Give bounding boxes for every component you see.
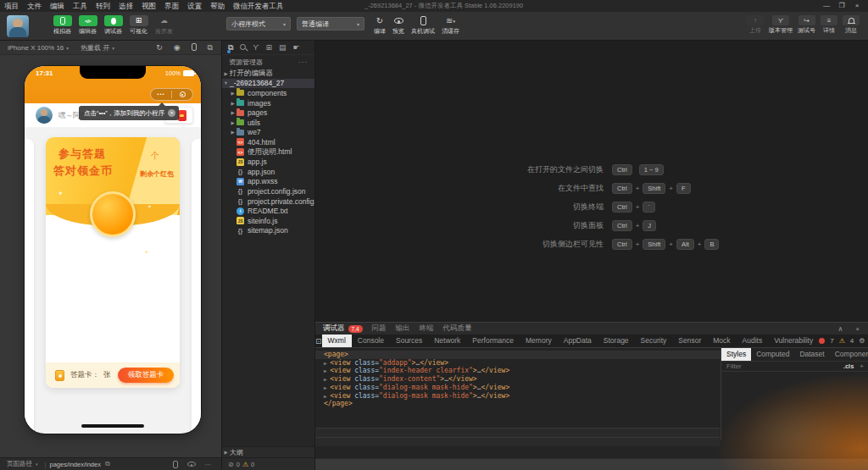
styles-tab-styles[interactable]: Styles: [721, 348, 751, 361]
tree-file[interactable]: {}project.private.config.js…: [222, 196, 314, 207]
phone-frame-icon[interactable]: [192, 43, 197, 51]
tree-file[interactable]: Wapp.wxss: [222, 177, 314, 187]
close-panel-icon[interactable]: ×: [855, 325, 860, 333]
menu-item[interactable]: 微信开发者工具: [229, 0, 288, 12]
collapse-panel-icon[interactable]: ∧: [837, 325, 843, 333]
claim-card-button[interactable]: 领取答题卡: [118, 368, 174, 383]
toolbar-button-phone[interactable]: 模拟器: [51, 15, 74, 36]
toolbar-action-branch[interactable]: ϒ版本管理: [769, 15, 793, 35]
menu-item[interactable]: 视图: [137, 0, 160, 12]
wxml-element-tree[interactable]: <page>▶ <view class="addapp">…</view>▶ <…: [315, 348, 721, 440]
tab-问题[interactable]: 问题: [372, 323, 387, 334]
toolbar-button-grid[interactable]: ⊞可视化: [127, 15, 150, 36]
action-cache[interactable]: ≋ ▾清缓存: [438, 15, 463, 36]
capsule-menu[interactable]: •••: [150, 88, 193, 101]
wxml-line[interactable]: ▶ <view class="addapp">…</view>: [315, 359, 721, 368]
wxml-line[interactable]: ▶ <view class="index-header clearfix">…<…: [315, 367, 721, 375]
eye-icon[interactable]: [187, 462, 196, 467]
menu-item[interactable]: 设置: [183, 0, 206, 12]
mini-avatar[interactable]: [36, 107, 53, 124]
wxml-line[interactable]: ▶ <view class="dialog-mask mask-hide">…<…: [315, 392, 721, 401]
git-branch-icon[interactable]: ϒ: [253, 43, 259, 52]
menu-item[interactable]: 选择: [114, 0, 137, 12]
rotate-icon[interactable]: ↻: [156, 43, 163, 53]
tree-project-root[interactable]: ▼_-269213684_27: [222, 79, 314, 89]
tree-folder[interactable]: ▶pages: [222, 108, 314, 118]
tree-section-open-editors[interactable]: ▶打开的编辑器: [222, 69, 314, 79]
problems-status[interactable]: ⊘ 0 ⚠ 0: [222, 457, 314, 470]
devtools-tab-vulnerability[interactable]: Vulnerability: [768, 335, 819, 347]
wxml-line[interactable]: <page>: [315, 351, 721, 359]
devtools-tab-wxml[interactable]: Wxml: [322, 335, 352, 347]
devtools-tab-network[interactable]: Network: [428, 335, 466, 347]
styles-tab-dataset[interactable]: Dataset: [794, 348, 829, 361]
multi-window-icon[interactable]: ⧉: [208, 43, 213, 53]
devtools-tab-sources[interactable]: Sources: [390, 335, 428, 347]
toolbar-button-code[interactable]: </>编辑器: [76, 15, 99, 36]
selector-cls[interactable]: .cls: [843, 362, 854, 370]
close-icon[interactable]: ×: [168, 109, 175, 117]
styles-tab-component-data[interactable]: Component Data: [830, 348, 868, 361]
toolbar-button-cloud[interactable]: ☁云开发: [153, 15, 175, 36]
extensions-icon[interactable]: ⊞: [265, 43, 272, 52]
tree-file[interactable]: JSapp.js: [222, 157, 314, 167]
devtools-tab-sensor[interactable]: Sensor: [672, 335, 707, 347]
tab-代码质量[interactable]: 代码质量: [443, 323, 472, 334]
record-icon[interactable]: ◉: [174, 43, 181, 53]
tree-folder[interactable]: ▶we7: [222, 128, 314, 138]
add-tooltip[interactable]: 点击“•••”，添加到我的小程序 ×: [79, 106, 179, 120]
tree-file[interactable]: {}sitemap.json: [222, 226, 314, 236]
devtools-tab-memory[interactable]: Memory: [520, 335, 558, 347]
devtools-tab-audits[interactable]: Audits: [737, 335, 769, 347]
outline-section[interactable]: ▶ 大纲: [222, 446, 314, 457]
user-avatar[interactable]: [7, 15, 29, 37]
menu-item[interactable]: 界面: [160, 0, 183, 12]
capsule-home-icon[interactable]: [172, 91, 192, 97]
add-style-icon[interactable]: +: [854, 362, 868, 370]
toolbar-action-bell[interactable]: 消息: [843, 15, 860, 35]
action-refresh[interactable]: ↻编译: [370, 15, 389, 36]
panel-icon[interactable]: ▤: [279, 43, 287, 52]
more-dots-icon[interactable]: ···: [298, 58, 308, 66]
device-select[interactable]: iPhone X 100% 16▾: [8, 44, 69, 52]
toolbar-action-details[interactable]: ≡详情: [821, 15, 837, 35]
tab-输出[interactable]: 输出: [396, 323, 410, 334]
tree-folder[interactable]: ▶utils: [222, 118, 314, 128]
menu-item[interactable]: 文件: [23, 0, 46, 12]
menu-item[interactable]: 工具: [69, 0, 92, 12]
minimize-button[interactable]: —: [819, 0, 834, 12]
devtools-tab-security[interactable]: Security: [635, 335, 673, 347]
tree-file[interactable]: {}project.config.json: [222, 186, 314, 196]
menu-item[interactable]: 转到: [92, 0, 114, 12]
styles-tab-computed[interactable]: Computed: [751, 348, 794, 361]
console-drawer-row[interactable]: [315, 428, 720, 437]
toolbar-button-bug[interactable]: 调试器: [102, 15, 125, 36]
devtools-tab-appdata[interactable]: AppData: [558, 335, 598, 347]
tree-file[interactable]: <>404.html: [222, 137, 314, 147]
tree-file[interactable]: iREADME.txt: [222, 206, 314, 216]
wxml-line[interactable]: ▶ <view class="index-content">…</view>: [315, 375, 721, 384]
devtools-tab-performance[interactable]: Performance: [466, 335, 520, 347]
path-label[interactable]: 页面路径: [7, 460, 32, 468]
menu-item[interactable]: 帮助: [206, 0, 229, 12]
devtools-tab-mock[interactable]: Mock: [707, 335, 736, 347]
styles-filter-input[interactable]: Filter: [721, 362, 742, 370]
tree-file[interactable]: {}app.json: [222, 167, 314, 177]
console-error-count[interactable]: 7: [830, 337, 833, 345]
compile-select[interactable]: 普通编译 ▾: [297, 17, 364, 30]
hot-reload-toggle[interactable]: 热重载 开▾: [81, 43, 114, 53]
menu-item[interactable]: 编辑: [46, 0, 69, 12]
wxml-line[interactable]: </page>: [315, 400, 721, 408]
files-icon[interactable]: ⧉: [228, 43, 233, 52]
hand-icon[interactable]: ☛: [292, 43, 299, 52]
tab-终端[interactable]: 终端: [420, 323, 434, 334]
devtools-tab-storage[interactable]: Storage: [598, 335, 635, 347]
devtools-tab-console[interactable]: Console: [352, 335, 390, 347]
gear-icon[interactable]: ⚙: [859, 337, 865, 345]
tree-folder[interactable]: ▶components: [222, 88, 314, 98]
close-button[interactable]: ×: [849, 0, 865, 12]
tree-file[interactable]: JSsiteinfo.js: [222, 216, 314, 226]
maximize-button[interactable]: ❐: [834, 0, 849, 12]
tree-folder[interactable]: ▶images: [222, 98, 314, 108]
action-device[interactable]: 真机调试: [408, 15, 438, 36]
